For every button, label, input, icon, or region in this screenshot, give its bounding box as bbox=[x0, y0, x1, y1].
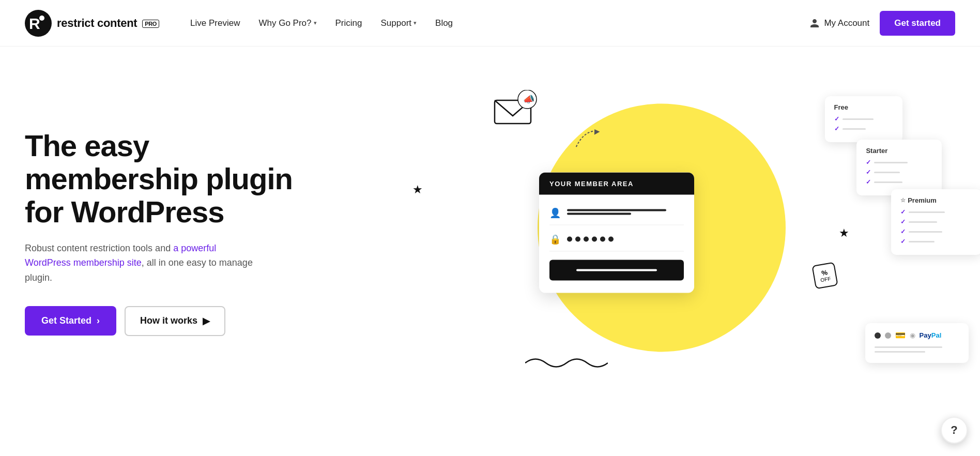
pro-badge: PRO bbox=[142, 20, 159, 28]
nav-link-support[interactable]: Support ▾ bbox=[381, 18, 417, 28]
payment-dot-gray bbox=[885, 332, 891, 339]
logo-icon: R bbox=[25, 10, 52, 37]
check-icon: ✓ bbox=[834, 125, 839, 132]
card-icon: 💳 bbox=[895, 330, 906, 340]
check-icon: ✓ bbox=[866, 169, 871, 176]
check-icon: ✓ bbox=[900, 228, 906, 235]
check-icon: ✓ bbox=[834, 115, 839, 123]
logo-link[interactable]: R restrict content PRO bbox=[25, 10, 159, 37]
user-field-icon: 👤 bbox=[549, 207, 561, 219]
paypal-label: PayPal bbox=[920, 331, 942, 339]
payment-dot-dark bbox=[875, 332, 881, 339]
nav-get-started-button[interactable]: Get started bbox=[880, 11, 955, 36]
my-account-link[interactable]: My Account bbox=[809, 18, 869, 28]
get-started-hero-button[interactable]: Get Started › bbox=[25, 306, 116, 336]
star-decoration-2: ★ bbox=[839, 226, 849, 240]
how-it-works-button[interactable]: How it works ▶ bbox=[125, 306, 225, 336]
nav-link-why-go-pro[interactable]: Why Go Pro? ▾ bbox=[258, 18, 316, 28]
member-card-body: 👤 🔒 bbox=[539, 195, 694, 293]
play-icon: ▶ bbox=[203, 315, 210, 327]
check-icon: ✓ bbox=[866, 159, 871, 166]
payment-logos: 💳 ◉ PayPal bbox=[875, 330, 959, 340]
discount-tag: % OFF bbox=[811, 262, 838, 290]
wavy-decoration bbox=[525, 353, 608, 375]
user-icon bbox=[809, 18, 820, 28]
svg-text:📣: 📣 bbox=[523, 94, 535, 105]
hero-left: The easy membership plugin for WordPress… bbox=[25, 129, 294, 336]
star-decoration-1: ★ bbox=[412, 183, 423, 196]
hero-subtitle-link[interactable]: a powerful WordPress membership site bbox=[25, 243, 216, 268]
svg-text:R: R bbox=[29, 15, 40, 32]
arrow-right-icon: › bbox=[97, 315, 100, 326]
pricing-card-starter: Starter ✓ ✓ ✓ bbox=[856, 140, 942, 195]
nav-link-live-preview[interactable]: Live Preview bbox=[190, 18, 240, 28]
nav-links: Live Preview Why Go Pro? ▾ Pricing Suppo… bbox=[190, 18, 809, 28]
check-icon: ✓ bbox=[866, 178, 871, 186]
brand-name: restrict content PRO bbox=[57, 17, 159, 30]
svg-marker-6 bbox=[592, 128, 600, 135]
member-submit-btn bbox=[549, 260, 684, 281]
hero-buttons: Get Started › How it works ▶ bbox=[25, 306, 294, 336]
chevron-down-icon: ▾ bbox=[414, 20, 417, 26]
navbar: R restrict content PRO Live Preview Why … bbox=[0, 0, 980, 47]
nav-right: My Account Get started bbox=[809, 11, 955, 36]
nav-link-pricing[interactable]: Pricing bbox=[335, 18, 362, 28]
password-field: 🔒 bbox=[549, 234, 684, 252]
username-field: 👤 bbox=[549, 207, 684, 225]
hero-section: The easy membership plugin for WordPress… bbox=[0, 47, 980, 408]
member-card-header: YOUR MEMBER AREA bbox=[539, 173, 694, 195]
check-icon: ✓ bbox=[900, 238, 906, 245]
lock-field-icon: 🔒 bbox=[549, 234, 561, 245]
pricing-card-premium: ☆ Premium ✓ ✓ ✓ ✓ bbox=[891, 189, 980, 255]
hero-subtitle: Robust content restriction tools and a p… bbox=[25, 241, 263, 285]
check-icon: ✓ bbox=[900, 218, 906, 225]
payment-card: 💳 ◉ PayPal bbox=[865, 323, 969, 363]
hero-illustration: 📣 ★ ★ YOUR MEMBER AREA 👤 bbox=[294, 78, 955, 388]
member-area-card: YOUR MEMBER AREA 👤 🔒 bbox=[539, 173, 694, 293]
star-icon: ☆ bbox=[900, 197, 906, 204]
pricing-card-free: Free ✓ ✓ bbox=[825, 96, 902, 142]
hero-title: The easy membership plugin for WordPress bbox=[25, 129, 294, 228]
chevron-down-icon: ▾ bbox=[314, 20, 317, 26]
envelope-megaphone: 📣 bbox=[492, 90, 539, 128]
svg-point-2 bbox=[39, 16, 44, 21]
check-icon: ✓ bbox=[900, 208, 906, 216]
nav-link-blog[interactable]: Blog bbox=[435, 18, 453, 28]
